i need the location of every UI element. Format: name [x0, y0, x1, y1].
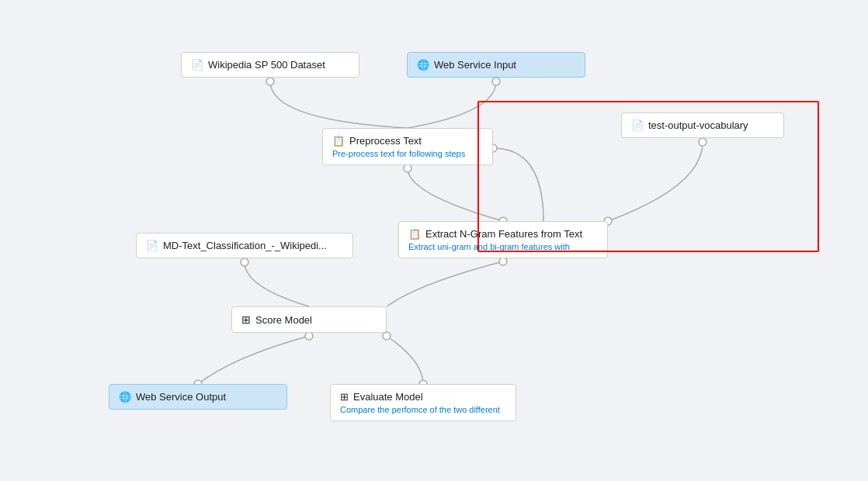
evaluate-model-node[interactable]: ⊞ Evaluate Model Compare the perfomce of…: [330, 384, 516, 421]
pipeline-canvas: 📄 Wikipedia SP 500 Dataset 🌐 Web Service…: [0, 0, 868, 481]
web-service-output-node[interactable]: 🌐 Web Service Output: [109, 384, 287, 410]
web-service-input-title: 🌐 Web Service Input: [417, 59, 575, 71]
extract-ngram-title: 📋 Extract N-Gram Features from Text: [408, 228, 598, 240]
svg-point-6: [499, 258, 507, 265]
md-text-icon: 📄: [146, 240, 158, 251]
svg-point-0: [266, 78, 274, 85]
svg-point-1: [492, 78, 500, 85]
web-service-output-title: 🌐 Web Service Output: [119, 391, 277, 403]
web-service-input-node[interactable]: 🌐 Web Service Input: [407, 52, 585, 78]
score-model-title: ⊞ Score Model: [241, 313, 377, 326]
evaluate-model-subtitle: Compare the perfomce of the two differen…: [340, 405, 506, 414]
preprocess-text-subtitle: Pre-process text for following steps: [332, 149, 483, 158]
svg-point-8: [383, 332, 391, 340]
test-output-vocabulary-node[interactable]: 📄 test-output-vocabulary: [621, 112, 784, 138]
wikipedia-node[interactable]: 📄 Wikipedia SP 500 Dataset: [181, 52, 359, 78]
wikipedia-icon: 📄: [191, 59, 203, 71]
extract-ngram-node[interactable]: 📋 Extract N-Gram Features from Text Extr…: [398, 221, 608, 258]
wikipedia-title: 📄 Wikipedia SP 500 Dataset: [191, 59, 349, 71]
web-service-input-icon: 🌐: [417, 59, 429, 71]
test-output-vocabulary-title: 📄 test-output-vocabulary: [631, 119, 774, 131]
preprocess-text-node[interactable]: 📋 Preprocess Text Pre-process text for f…: [322, 128, 493, 165]
evaluate-model-title: ⊞ Evaluate Model: [340, 391, 506, 403]
extract-ngram-icon: 📋: [408, 228, 421, 240]
svg-point-2: [404, 164, 411, 172]
web-service-output-icon: 🌐: [119, 391, 131, 403]
evaluate-model-icon: ⊞: [340, 391, 349, 403]
preprocess-text-title: 📋 Preprocess Text: [332, 135, 483, 147]
svg-point-5: [241, 258, 248, 266]
score-model-node[interactable]: ⊞ Score Model: [231, 306, 387, 333]
preprocess-text-icon: 📋: [332, 135, 345, 147]
extract-ngram-subtitle: Extract uni-gram and bi-gram features wi…: [408, 242, 598, 251]
test-output-vocabulary-icon: 📄: [631, 119, 644, 131]
score-model-icon: ⊞: [241, 313, 251, 326]
md-text-classification-node[interactable]: 📄 MD-Text_Classification_-_Wikipedi...: [136, 233, 353, 258]
md-text-title: 📄 MD-Text_Classification_-_Wikipedi...: [146, 240, 343, 251]
svg-point-7: [305, 332, 313, 340]
svg-point-4: [699, 138, 707, 146]
